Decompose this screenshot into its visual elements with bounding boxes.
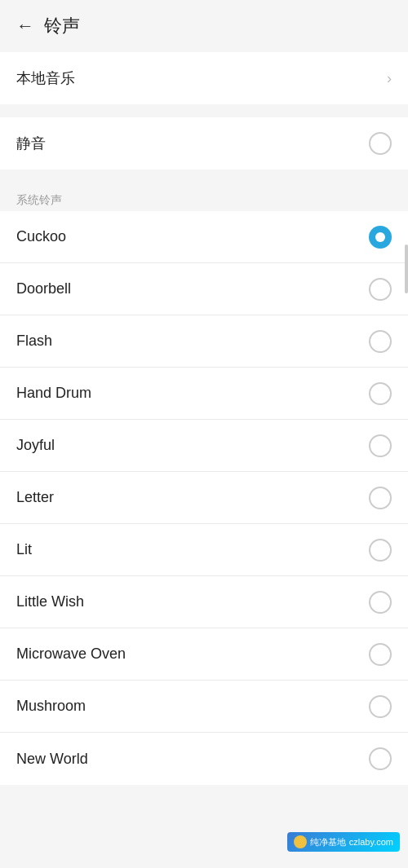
radio-cuckoo[interactable] — [369, 226, 392, 249]
ringtone-item-mushroom[interactable]: Mushroom — [0, 681, 408, 733]
radio-flash[interactable] — [369, 330, 392, 353]
gap-2 — [0, 170, 408, 183]
ringtone-item-doorbell[interactable]: Doorbell — [0, 263, 408, 315]
ringtone-label-hand-drum: Hand Drum — [16, 385, 91, 402]
radio-lit[interactable] — [369, 539, 392, 562]
radio-mushroom[interactable] — [369, 695, 392, 718]
ringtone-item-lit[interactable]: Lit — [0, 524, 408, 576]
ringtone-label-joyful: Joyful — [16, 437, 55, 454]
silence-radio[interactable] — [369, 132, 392, 155]
system-ringtones-label: 系统铃声 — [16, 193, 62, 206]
ringtone-item-new-world[interactable]: New World — [0, 733, 408, 785]
ringtones-list: Cuckoo Doorbell Flash Hand Drum Joyful L… — [0, 211, 408, 785]
silence-label: 静音 — [16, 134, 46, 153]
system-ringtones-section-header: 系统铃声 — [0, 183, 408, 211]
local-music-section: 本地音乐 › — [0, 52, 408, 104]
ringtone-label-mushroom: Mushroom — [16, 698, 86, 715]
local-music-item[interactable]: 本地音乐 › — [0, 52, 408, 104]
page-title: 铃声 — [44, 14, 80, 38]
scrollbar[interactable] — [405, 245, 408, 293]
ringtone-item-cuckoo[interactable]: Cuckoo — [0, 211, 408, 263]
ringtone-label-lit: Lit — [16, 541, 32, 558]
ringtone-label-letter: Letter — [16, 489, 54, 506]
watermark-text: 纯净基地 — [310, 836, 346, 848]
ringtone-item-hand-drum[interactable]: Hand Drum — [0, 368, 408, 420]
chevron-right-icon: › — [387, 70, 392, 87]
ringtone-item-joyful[interactable]: Joyful — [0, 420, 408, 472]
radio-letter[interactable] — [369, 487, 392, 509]
radio-hand-drum[interactable] — [369, 382, 392, 405]
ringtone-label-little-wish: Little Wish — [16, 593, 84, 610]
ringtone-label-microwave-oven: Microwave Oven — [16, 645, 126, 663]
radio-new-world[interactable] — [369, 747, 392, 770]
back-button[interactable]: ← — [16, 15, 34, 37]
header: ← 铃声 — [0, 0, 408, 52]
radio-doorbell[interactable] — [369, 278, 392, 301]
ringtone-item-microwave-oven[interactable]: Microwave Oven — [0, 628, 408, 681]
ringtone-item-little-wish[interactable]: Little Wish — [0, 576, 408, 628]
radio-joyful[interactable] — [369, 434, 392, 457]
gap-1 — [0, 104, 408, 117]
ringtone-label-new-world: New World — [16, 751, 88, 768]
watermark-url: czlaby.com — [349, 837, 393, 847]
ringtone-label-cuckoo: Cuckoo — [16, 228, 66, 245]
ringtone-item-flash[interactable]: Flash — [0, 315, 408, 368]
ringtone-label-doorbell: Doorbell — [16, 280, 71, 297]
silence-section: 静音 — [0, 117, 408, 170]
watermark: 纯净基地 czlaby.com — [287, 832, 400, 852]
watermark-icon — [294, 835, 307, 848]
ringtone-item-letter[interactable]: Letter — [0, 472, 408, 524]
silence-item[interactable]: 静音 — [0, 117, 408, 170]
radio-little-wish[interactable] — [369, 591, 392, 614]
local-music-label: 本地音乐 — [16, 68, 75, 88]
radio-microwave-oven[interactable] — [369, 643, 392, 666]
ringtone-label-flash: Flash — [16, 333, 52, 350]
